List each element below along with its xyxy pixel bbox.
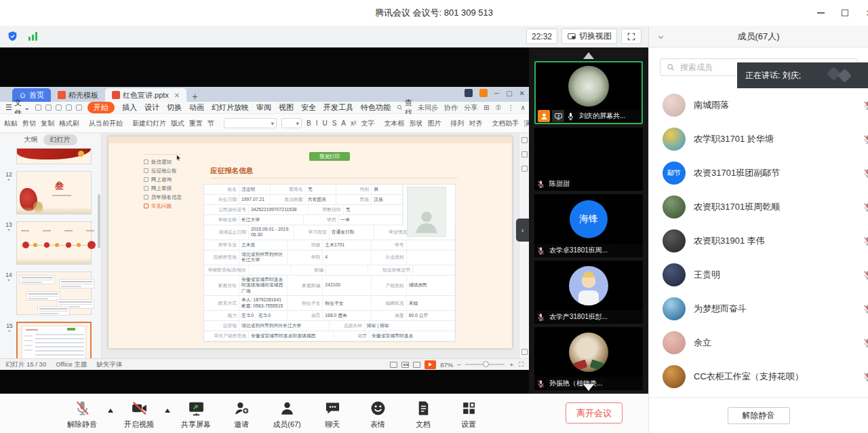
- ribbon-button[interactable]: A: [341, 119, 346, 127]
- member-row[interactable]: 农资职31901 李伟: [649, 224, 868, 258]
- wps-restore-icon[interactable]: ▢: [506, 90, 512, 97]
- ribbon-button[interactable]: 节: [208, 119, 214, 128]
- wps-tab-docer[interactable]: 稻壳模板: [51, 88, 105, 102]
- normal-view-icon[interactable]: [390, 362, 397, 368]
- toolbar-unmute-button[interactable]: 解除静音: [62, 400, 102, 430]
- member-row[interactable]: 农学职31701 於华塘: [649, 122, 868, 156]
- scroll-down-arrow[interactable]: [583, 384, 594, 391]
- toolbar-chat-button[interactable]: 聊天: [313, 400, 352, 430]
- ribbon-button[interactable]: 演示工具: [524, 119, 529, 128]
- new-tab-button[interactable]: +: [192, 91, 197, 102]
- maximize-button[interactable]: [840, 8, 850, 18]
- expand-caret-icon[interactable]: [108, 406, 113, 413]
- mic-muted-icon[interactable]: [863, 202, 868, 212]
- ribbon-button[interactable]: 剪切: [22, 119, 36, 128]
- ribbon-button[interactable]: 版式: [171, 119, 184, 128]
- mic-muted-icon[interactable]: [863, 304, 868, 314]
- video-tile[interactable]: 海锋农学卓31801班周...: [534, 194, 643, 257]
- toolbar-emoji-button[interactable]: 表情: [358, 400, 397, 430]
- toolbar-members-button[interactable]: 成员(67): [267, 400, 307, 430]
- member-row[interactable]: 农资职31701班周乾顺: [649, 190, 868, 224]
- ribbon-button[interactable]: 排列: [450, 119, 464, 128]
- wps-more-icon[interactable]: ⋮: [507, 104, 514, 111]
- ribbon-button[interactable]: 格式刷: [59, 119, 79, 128]
- wps-minimize-icon[interactable]: ─: [494, 90, 499, 97]
- wps-action-3[interactable]: 分享: [464, 103, 477, 113]
- font-family-select[interactable]: ▾: [224, 118, 277, 128]
- ribbon-button[interactable]: 粘贴: [4, 119, 18, 128]
- meeting-security-shield-icon[interactable]: [7, 31, 18, 42]
- mic-muted-icon[interactable]: [863, 168, 868, 178]
- wps-menu-1[interactable]: 开始: [87, 102, 115, 113]
- zoom-in-button[interactable]: ＋: [509, 360, 515, 369]
- mic-muted-icon[interactable]: [863, 338, 868, 348]
- mic-muted-icon[interactable]: [863, 372, 868, 382]
- wps-member-icon[interactable]: [479, 89, 488, 97]
- ribbon-button[interactable]: 新建幻灯片: [132, 119, 166, 128]
- ribbon-button[interactable]: 文字: [361, 119, 374, 128]
- redo-icon[interactable]: [66, 105, 72, 111]
- mic-muted-icon[interactable]: [863, 100, 868, 111]
- video-tile[interactable]: 刘庆的屏幕共...: [534, 61, 643, 124]
- slides-tab[interactable]: 幻灯片: [43, 134, 77, 145]
- wps-message-icon[interactable]: [465, 89, 473, 97]
- collapse-strip-handle[interactable]: ›: [516, 219, 529, 242]
- toolbar-docs-button[interactable]: 文档: [403, 400, 443, 430]
- toolbar-settings-button[interactable]: 设置: [449, 400, 488, 430]
- slide-thumbnail[interactable]: 15*: [16, 322, 92, 358]
- scroll-up-arrow[interactable]: [583, 52, 594, 59]
- ribbon-button[interactable]: 文本框: [384, 119, 404, 128]
- video-tile[interactable]: 陈甜甜: [534, 128, 643, 191]
- slide-thumbnail[interactable]: 13*: [16, 221, 92, 265]
- close-tab-icon[interactable]: ✕: [174, 92, 180, 99]
- font-size-select[interactable]: ▾: [281, 118, 302, 128]
- mic-muted-icon[interactable]: [863, 270, 868, 280]
- wps-menu-4[interactable]: 切换: [167, 102, 182, 113]
- ribbon-button[interactable]: 从当前开始: [89, 119, 123, 128]
- ribbon-button[interactable]: 重置: [189, 119, 203, 128]
- theme-name[interactable]: Office 主题: [56, 360, 87, 369]
- ribbon-button[interactable]: 图片: [427, 119, 441, 128]
- ribbon-button[interactable]: 形状: [409, 119, 422, 128]
- network-signal-icon[interactable]: [28, 32, 37, 41]
- video-tile[interactable]: 农学产31801班彭...: [534, 261, 643, 324]
- mic-muted-icon[interactable]: [863, 236, 868, 246]
- wps-menu-7[interactable]: 审阅: [256, 102, 271, 113]
- thumbnail-scrollbar[interactable]: [98, 194, 100, 248]
- fullscreen-button[interactable]: [621, 29, 642, 44]
- wps-collapse-ribbon-icon[interactable]: ∧: [520, 104, 525, 111]
- ribbon-button[interactable]: B: [307, 119, 311, 127]
- wps-menu-8[interactable]: 视图: [279, 102, 294, 113]
- wps-action-2[interactable]: 协作: [444, 103, 458, 113]
- wps-menu-2[interactable]: 插入: [122, 102, 137, 113]
- wps-help-icon[interactable]: ①: [495, 104, 501, 111]
- wps-tab-document[interactable]: 红色宣讲.pptx✕: [105, 88, 186, 102]
- zoom-out-button[interactable]: −: [457, 361, 461, 369]
- ribbon-button[interactable]: 文档助手: [492, 119, 519, 128]
- ribbon-button[interactable]: S: [332, 119, 337, 127]
- zoom-slider[interactable]: [465, 364, 505, 365]
- video-tile[interactable]: 孙振艳（植物类...: [534, 327, 643, 390]
- slideshow-play-button[interactable]: [425, 360, 436, 369]
- member-row[interactable]: 余立: [649, 326, 868, 360]
- rail-animation-icon[interactable]: [521, 137, 528, 143]
- fit-slide-icon[interactable]: ⛶: [519, 360, 524, 369]
- wps-close-icon[interactable]: ✕: [519, 90, 525, 97]
- toolbar-share-screen-button[interactable]: 共享屏幕: [176, 400, 216, 430]
- wps-menu-9[interactable]: 安全: [301, 102, 316, 113]
- ribbon-button[interactable]: U: [322, 119, 327, 127]
- slide-thumbnail[interactable]: 14*: [16, 271, 92, 315]
- unmute-button[interactable]: 解除静音: [728, 407, 790, 424]
- ribbon-button[interactable]: x²: [351, 119, 356, 127]
- reading-view-icon[interactable]: [413, 362, 420, 368]
- member-row[interactable]: 南城雨落: [649, 88, 868, 122]
- save-icon[interactable]: [35, 105, 41, 111]
- minimize-button[interactable]: [816, 8, 825, 18]
- missing-font-warning[interactable]: 缺失字体: [96, 360, 122, 369]
- mic-muted-icon[interactable]: [863, 134, 868, 145]
- print-icon[interactable]: [45, 105, 52, 111]
- member-row[interactable]: 为梦想而奋斗: [649, 292, 868, 326]
- slide-sorter-icon[interactable]: [401, 362, 409, 368]
- member-row[interactable]: 鄢节农资31701班团副鄢节: [649, 156, 868, 190]
- outline-tab[interactable]: 大纲: [24, 135, 38, 145]
